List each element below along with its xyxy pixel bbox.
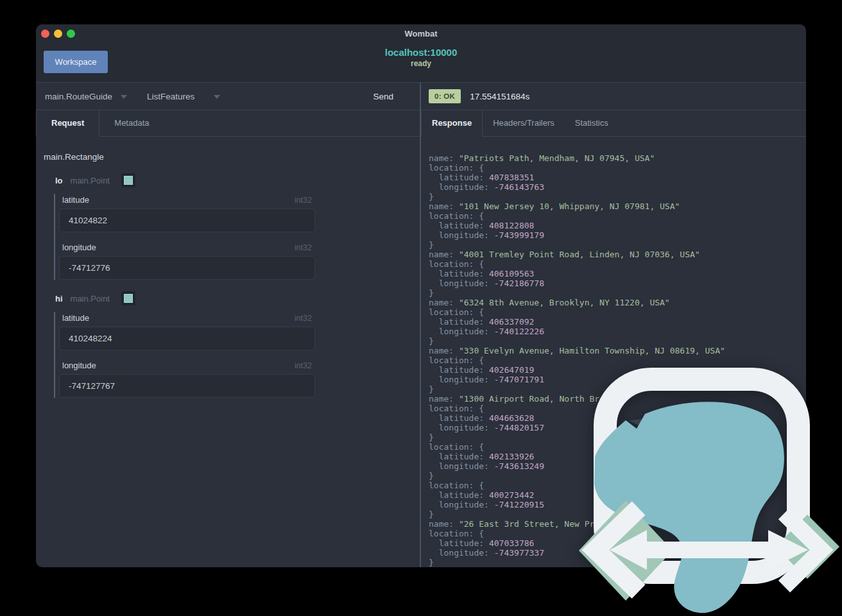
- field-label: longitude: [62, 361, 96, 370]
- response-key: location: {: [429, 163, 484, 173]
- response-key: name:: [429, 153, 459, 163]
- response-string: "26 East 3rd Street, New Pr: [459, 519, 594, 529]
- connection-status: ready: [36, 59, 806, 68]
- response-key: }: [429, 432, 434, 442]
- response-key: }: [429, 192, 434, 201]
- response-key: location: {: [429, 355, 484, 365]
- response-key: longitude:: [429, 548, 494, 558]
- field-value-input[interactable]: [59, 374, 315, 398]
- response-key: longitude:: [429, 375, 494, 384]
- response-key: name:: [429, 394, 459, 404]
- request-panel: main.RouteGuide ListFeatures Send Reques…: [36, 83, 421, 567]
- minimize-window-button[interactable]: [54, 30, 62, 38]
- send-button[interactable]: Send: [369, 91, 397, 102]
- response-key: longitude:: [429, 461, 494, 471]
- close-window-button[interactable]: [41, 30, 49, 38]
- service-selector[interactable]: main.RouteGuide: [45, 92, 112, 101]
- field-label: latitude: [62, 195, 89, 205]
- tab-request[interactable]: Request: [36, 110, 99, 137]
- field-type-badge: int32: [295, 361, 312, 370]
- message-fields: lo main.Point latitude int32 longitude i…: [36, 173, 420, 398]
- titlebar: Wombat: [36, 24, 806, 42]
- response-key: location: {: [429, 404, 484, 413]
- checkbox-fill: [124, 176, 133, 185]
- response-key: location: {: [429, 259, 484, 269]
- message-field-group: lo main.Point latitude int32 longitude i…: [36, 173, 420, 280]
- chevron-down-icon[interactable]: [214, 95, 220, 99]
- window-header: Wombat Workspace localhost:10000 ready: [36, 24, 806, 83]
- call-duration: 17.554151684s: [470, 92, 529, 101]
- tab-headers-trailers[interactable]: Headers/Trailers: [483, 110, 565, 137]
- response-number: 406337092: [489, 317, 534, 327]
- response-key: longitude:: [429, 423, 494, 432]
- field-enabled-checkbox[interactable]: [121, 173, 135, 187]
- zoom-window-button[interactable]: [67, 30, 75, 38]
- response-key: latitude:: [429, 221, 489, 230]
- response-number: -746143763: [494, 182, 544, 192]
- server-info: localhost:10000 ready: [36, 47, 806, 68]
- response-key: latitude:: [429, 317, 489, 327]
- response-string: "101 New Jersey 10, Whippany, NJ 07981, …: [459, 201, 680, 211]
- response-string: "Patriots Path, Mendham, NJ 07945, USA": [459, 153, 655, 163]
- chevron-down-icon[interactable]: [121, 95, 127, 99]
- response-number: 408122808: [489, 221, 534, 230]
- field-row-header: latitude int32: [59, 195, 315, 205]
- response-number: 407033786: [489, 538, 534, 548]
- checkbox-fill: [124, 294, 133, 303]
- nested-fields: latitude int32 longitude int32: [54, 312, 420, 398]
- request-tabs: Request Metadata: [36, 110, 420, 137]
- response-key: location: {: [429, 529, 484, 538]
- field-value-input[interactable]: [59, 327, 315, 350]
- response-key: latitude:: [429, 365, 489, 375]
- tab-statistics[interactable]: Statistics: [565, 110, 619, 137]
- response-string: "4001 Tremley Point Road, Linden, NJ 070…: [459, 250, 700, 259]
- request-toolbar: main.RouteGuide ListFeatures Send: [36, 83, 420, 110]
- field-row: longitude int32: [59, 361, 420, 398]
- response-number: 404663628: [489, 413, 534, 423]
- tab-metadata[interactable]: Metadata: [99, 110, 164, 137]
- response-key: name:: [429, 201, 459, 211]
- response-key: }: [429, 471, 434, 481]
- main-area: main.RouteGuide ListFeatures Send Reques…: [36, 83, 806, 567]
- field-type-badge: int32: [295, 314, 312, 323]
- response-key: latitude:: [429, 538, 489, 548]
- field-name: lo: [55, 176, 63, 185]
- field-row-header: latitude int32: [59, 313, 315, 323]
- response-key: }: [429, 336, 434, 346]
- field-enabled-checkbox[interactable]: [121, 291, 135, 305]
- field-name: hi: [55, 294, 63, 304]
- response-toolbar: 0: OK 17.554151684s: [421, 83, 806, 110]
- response-number: 400273442: [489, 490, 534, 500]
- response-key: }: [429, 558, 434, 567]
- field-row: longitude int32: [59, 243, 420, 280]
- response-key: longitude:: [429, 327, 494, 336]
- response-key: latitude:: [429, 413, 489, 423]
- field-value-input[interactable]: [59, 256, 315, 280]
- response-number: -743977337: [494, 548, 544, 558]
- field-type-badge: int32: [295, 196, 312, 205]
- response-key: longitude:: [429, 278, 494, 288]
- field-row: latitude int32: [59, 313, 420, 350]
- response-number: 402133926: [489, 452, 534, 461]
- response-number: -743613249: [494, 461, 544, 471]
- response-key: latitude:: [429, 452, 489, 461]
- field-message-type: main.Point: [71, 294, 110, 304]
- tab-response[interactable]: Response: [421, 110, 483, 137]
- response-key: name:: [429, 250, 459, 259]
- field-message-type: main.Point: [71, 176, 110, 185]
- response-key: name:: [429, 298, 459, 307]
- message-field-group: hi main.Point latitude int32 longitude i…: [36, 291, 420, 398]
- response-number: -744820157: [494, 423, 544, 432]
- field-value-input[interactable]: [59, 209, 315, 232]
- response-key: name:: [429, 346, 459, 355]
- method-selector[interactable]: ListFeatures: [147, 92, 194, 101]
- response-number: 407838351: [489, 173, 534, 182]
- response-tabs: Response Headers/Trailers Statistics: [421, 110, 806, 137]
- response-number: -747071791: [494, 375, 544, 384]
- app-header: Workspace localhost:10000 ready: [36, 42, 806, 82]
- field-type-badge: int32: [295, 243, 312, 252]
- response-number: -740122226: [494, 327, 544, 336]
- response-key: longitude:: [429, 500, 494, 509]
- response-string: "330 Evelyn Avenue, Hamilton Township, N…: [459, 346, 725, 355]
- response-key: }: [429, 240, 434, 250]
